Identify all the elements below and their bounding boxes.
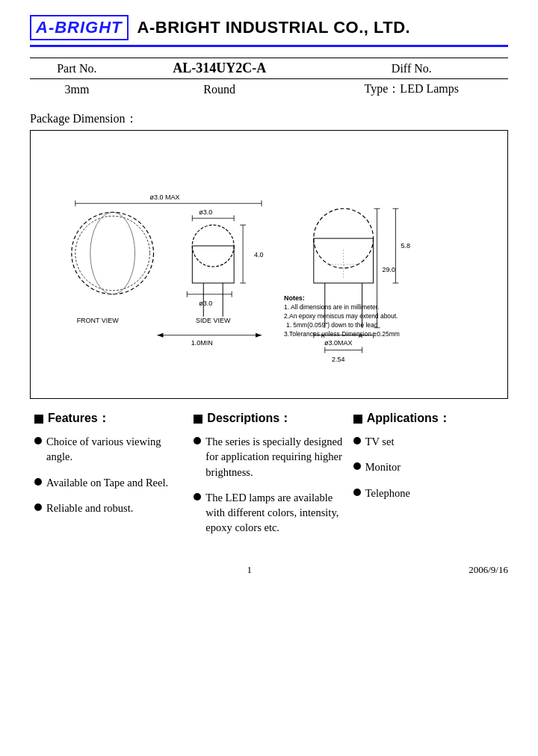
application-item-2: Monitor — [365, 459, 401, 474]
feature-item-3: Reliable and robust. — [46, 501, 133, 515]
applications-column: Applications： TV set Monitor Telephone — [349, 411, 508, 546]
description-item-1: The series is specially designed for app… — [205, 434, 344, 480]
footer-date: 2006/9/16 — [469, 564, 508, 576]
bullet-icon — [34, 437, 42, 444]
logo-bright: BRIGHT — [55, 18, 122, 37]
feature-item-1: Choice of various viewing angle. — [46, 434, 185, 465]
page-number: 1 — [247, 564, 252, 576]
svg-point-1 — [75, 216, 150, 291]
bullet-icon — [34, 478, 42, 486]
list-item: TV set — [353, 434, 504, 449]
package-dimension-title: Package Dimension： — [30, 111, 508, 127]
features-column: Features： Choice of various viewing angl… — [30, 411, 189, 546]
applications-header: Applications： — [353, 411, 504, 427]
dimension-svg: ø3.0 4.0 ø3.0 29.0 5.8 — [31, 131, 507, 398]
company-name: A-BRIGHT INDUSTRIAL CO., LTD. — [137, 18, 411, 37]
bullet-icon — [194, 437, 201, 444]
descriptions-square-icon — [194, 415, 202, 424]
features-square-icon — [34, 415, 43, 424]
svg-text:1.0MIN: 1.0MIN — [191, 339, 213, 347]
list-item: The LED lamps are available with differe… — [194, 490, 344, 536]
bullet-icon — [34, 504, 42, 511]
svg-text:2.An epoxy meniscus may extend: 2.An epoxy meniscus may extend about. — [284, 312, 398, 320]
svg-text:SIDE VIEW: SIDE VIEW — [196, 317, 231, 324]
descriptions-title: Descriptions： — [207, 411, 291, 427]
applications-square-icon — [353, 415, 362, 424]
svg-text:ø3.0 MAX: ø3.0 MAX — [150, 193, 180, 201]
feature-item-2: Available on Tape and Reel. — [46, 475, 168, 490]
svg-text:FRONT VIEW: FRONT VIEW — [77, 317, 120, 324]
svg-text:3.Tolerances unless Dimension : 3.Tolerances unless Dimension ±0.25mm — [284, 330, 400, 338]
part-no-value: AL-314UY2C-A — [124, 58, 315, 79]
applications-title: Applications： — [367, 411, 451, 427]
applications-list: TV set Monitor Telephone — [353, 434, 504, 501]
features-header: Features： — [34, 411, 185, 427]
svg-marker-49 — [256, 333, 262, 338]
list-item: Choice of various viewing angle. — [34, 434, 185, 465]
features-list: Choice of various viewing angle. Availab… — [34, 434, 185, 515]
svg-marker-48 — [157, 333, 163, 338]
logo-text: A-BRIGHT — [36, 18, 123, 37]
features-section: Features： Choice of various viewing angl… — [30, 411, 508, 546]
svg-text:ø3.0: ø3.0 — [199, 208, 212, 216]
size-label: 3mm — [30, 79, 124, 100]
descriptions-list: The series is specially designed for app… — [194, 434, 344, 536]
part-info-table: Part No. AL-314UY2C-A Diff No. 3mm Round… — [30, 58, 508, 99]
svg-point-0 — [72, 212, 154, 294]
shape-label: Round — [124, 79, 315, 100]
bullet-icon — [353, 489, 361, 496]
dimension-diagram: ø3.0 4.0 ø3.0 29.0 5.8 — [30, 130, 508, 399]
svg-text:1. 5mm(0.059") down to the lea: 1. 5mm(0.059") down to the lead — [286, 321, 378, 329]
svg-text:29.0: 29.0 — [383, 266, 395, 273]
list-item: Available on Tape and Reel. — [34, 475, 185, 490]
list-item: Monitor — [353, 459, 504, 474]
page-header: A-BRIGHT A-BRIGHT INDUSTRIAL CO., LTD. — [30, 15, 508, 47]
application-item-3: Telephone — [365, 486, 410, 501]
diff-label: Diff No. — [315, 58, 508, 79]
svg-text:5.8: 5.8 — [401, 242, 409, 250]
features-title: Features： — [48, 411, 110, 427]
bullet-icon — [353, 462, 361, 470]
descriptions-column: Descriptions： The series is specially de… — [189, 411, 348, 546]
svg-rect-4 — [192, 246, 234, 283]
bullet-icon — [194, 493, 201, 501]
part-no-label: Part No. — [30, 58, 124, 79]
page-footer: 1 2006/9/16 — [30, 561, 508, 576]
svg-text:ø3.0MAX: ø3.0MAX — [324, 339, 352, 347]
svg-text:ø3.0: ø3.0 — [199, 300, 212, 307]
svg-text:Notes:: Notes: — [284, 294, 305, 302]
list-item: Telephone — [353, 486, 504, 501]
descriptions-header: Descriptions： — [194, 411, 344, 427]
list-item: The series is specially designed for app… — [194, 434, 344, 480]
logo-box: A-BRIGHT — [30, 15, 129, 40]
type-label: Type：LED Lamps — [315, 79, 508, 100]
svg-text:1. All dimensions are in milli: 1. All dimensions are in millimeter. — [284, 303, 380, 311]
svg-point-2 — [90, 212, 135, 294]
svg-text:4.0: 4.0 — [254, 251, 263, 258]
logo-a: A- — [36, 18, 55, 37]
application-item-1: TV set — [365, 434, 395, 449]
svg-text:2.54: 2.54 — [332, 356, 344, 363]
description-item-2: The LED lamps are available with differe… — [205, 490, 344, 536]
list-item: Reliable and robust. — [34, 501, 185, 515]
bullet-icon — [353, 437, 361, 444]
